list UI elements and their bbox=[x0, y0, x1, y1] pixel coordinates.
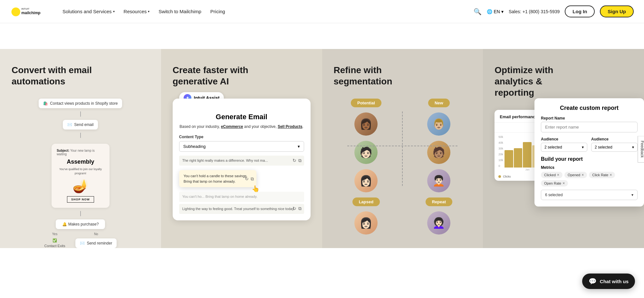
audience-chevron-2-icon: ▾ bbox=[632, 145, 634, 149]
metric-tag: Click Rate× bbox=[589, 172, 615, 178]
repeat-label: Repeat bbox=[426, 197, 452, 206]
signup-button[interactable]: Sign Up bbox=[600, 5, 634, 17]
ai-line-3-actions: ↻ ⧉ bbox=[293, 206, 302, 212]
metrics-label: Metrics bbox=[541, 165, 638, 170]
avatar-potential-2: 🧑🏻 bbox=[354, 141, 378, 164]
lamp-illustration: 🪔 bbox=[57, 178, 104, 194]
industry-link[interactable]: eCommerce bbox=[221, 124, 243, 129]
build-report-title: Build your report bbox=[541, 156, 638, 162]
metrics-count-select[interactable]: 6 selected ▾ bbox=[541, 190, 638, 200]
avatar-new-3: 🧑🏻‍🦱 bbox=[427, 169, 450, 192]
horizontal-divider bbox=[347, 146, 457, 146]
feedback-tab[interactable]: Feedback bbox=[638, 136, 644, 162]
popup-actions: ↻ ⧉ bbox=[245, 175, 254, 182]
audience-select-1[interactable]: 2 selected ▾ bbox=[541, 143, 587, 152]
segment-repeat: Repeat 👩🏻‍🦱 bbox=[406, 197, 471, 235]
new-label: New bbox=[428, 99, 450, 107]
potential-label: Potential bbox=[351, 99, 381, 107]
metric-tag: Open Rate× bbox=[541, 180, 568, 187]
metric-tag: Opened× bbox=[564, 172, 587, 178]
ai-line-2: You can't ho... Bring that lamp on home … bbox=[179, 192, 304, 202]
nav-logo[interactable]: 🐒 INTUIT mailchimp bbox=[10, 5, 49, 18]
audience-chevron-1-icon: ▾ bbox=[582, 145, 584, 149]
email-icon: ✉️ bbox=[67, 122, 72, 127]
metric-tag: Clicked× bbox=[541, 172, 562, 178]
feature-segmentation: Refine with segmentation Potential 👩🏾 🧑🏻… bbox=[322, 49, 483, 248]
email-preview: Subject: Your new lamp is waiting Assemb… bbox=[52, 144, 110, 208]
y-labels: 50k 40k 30k 20k 10k 0 bbox=[498, 135, 505, 168]
ai-title: Create faster with generative AI bbox=[173, 64, 256, 87]
no-label: No bbox=[94, 232, 98, 236]
avatar-potential-3: 👩🏻 bbox=[354, 169, 378, 192]
decision-icon: 🔔 bbox=[62, 222, 67, 226]
select-chevron-icon: ▾ bbox=[298, 144, 300, 149]
email-subject: Subject: Your new lamp is waiting bbox=[57, 149, 104, 156]
popup-refresh-icon[interactable]: ↻ bbox=[245, 175, 249, 182]
copy-icon[interactable]: ⧉ bbox=[298, 158, 302, 164]
avatar-potential-1: 👩🏾 bbox=[354, 112, 378, 136]
shopify-icon: 🛍️ bbox=[43, 101, 48, 106]
ai-line-1: The right light really makes a differenc… bbox=[179, 156, 304, 166]
nav-solutions[interactable]: Solutions and Services ▾ bbox=[59, 7, 118, 16]
segment-grid: Potential 👩🏾 🧑🏻 👩🏻 New 👨🏼 🧑🏽 🧑🏻‍🦱 bbox=[334, 99, 472, 192]
auto-step-shopify: 🛍️ Contact views products in Shopify sto… bbox=[39, 99, 122, 108]
navbar: 🐒 INTUIT mailchimp Solutions and Service… bbox=[0, 0, 644, 23]
nav-right: 🔍 🌐 EN ▾ Sales: +1 (800) 315-5939 Log In… bbox=[474, 5, 634, 17]
shop-now-button[interactable]: SHOP NOW bbox=[67, 196, 94, 203]
phone-number: Sales: +1 (800) 315-5939 bbox=[509, 9, 560, 14]
bar-0 bbox=[505, 150, 513, 168]
email-heading: Assembly bbox=[57, 159, 104, 165]
line3-copy-icon[interactable]: ⧉ bbox=[298, 206, 302, 212]
audience-select-2-wrap: Audience 2 selected ▾ bbox=[591, 137, 638, 152]
ai-widget: Generate Email Based on your industry, e… bbox=[173, 99, 311, 220]
refresh-icon[interactable]: ↻ bbox=[293, 158, 296, 164]
avatar-lapsed-1: 👩🏻 bbox=[354, 211, 378, 235]
resources-chevron-icon: ▾ bbox=[148, 10, 149, 13]
avatar-new-2: 🧑🏽 bbox=[427, 141, 450, 164]
audience-select-2[interactable]: 2 selected ▾ bbox=[591, 143, 638, 152]
metrics-tags: Clicked×Opened×Click Rate×Open Rate× bbox=[541, 172, 638, 187]
ai-line-3: Lighting the way to feeling good. Treat … bbox=[179, 204, 304, 214]
reminder-icon: ✉️ bbox=[80, 241, 85, 245]
automation-title: Convert with email automations bbox=[12, 64, 95, 87]
audience-label-1: Audience bbox=[541, 137, 587, 141]
branch-no: No ✉️ Send reminder bbox=[75, 232, 117, 248]
nav-pricing[interactable]: Pricing bbox=[207, 7, 228, 16]
solutions-chevron-icon: ▾ bbox=[113, 10, 115, 13]
avatar-new-1: 👨🏼 bbox=[427, 112, 450, 136]
segment-grid-bottom: Lapsed 👩🏻 Repeat 👩🏻‍🦱 bbox=[334, 197, 472, 235]
auto-reminder: ✉️ Send reminder bbox=[75, 238, 117, 248]
popup-copy-icon[interactable]: ⧉ bbox=[251, 175, 254, 182]
nav-resources[interactable]: Resources ▾ bbox=[120, 7, 153, 16]
nav-switch[interactable]: Switch to Mailchimp bbox=[155, 7, 205, 16]
hero-spacer bbox=[0, 23, 644, 49]
language-selector[interactable]: 🌐 EN ▾ bbox=[487, 9, 503, 14]
remove-tag-icon[interactable]: × bbox=[557, 173, 559, 177]
line3-refresh-icon[interactable]: ↻ bbox=[293, 206, 296, 212]
search-icon[interactable]: 🔍 bbox=[474, 8, 482, 15]
svg-text:INTUIT: INTUIT bbox=[21, 7, 29, 10]
bar-2 bbox=[523, 142, 532, 168]
auto-connector bbox=[80, 111, 81, 117]
ai-subtitle: Based on your industry, eCommerce and yo… bbox=[179, 124, 304, 130]
svg-text:mailchimp: mailchimp bbox=[21, 10, 40, 15]
feature-grid: Convert with email automations 🛍️ Contac… bbox=[0, 49, 644, 248]
globe-icon: 🌐 bbox=[487, 9, 492, 14]
remove-tag-icon[interactable]: × bbox=[582, 173, 584, 177]
contact-exits: ✅ Contact Exits bbox=[44, 238, 65, 248]
remove-tag-icon[interactable]: × bbox=[610, 173, 612, 177]
report-name-input[interactable] bbox=[541, 122, 638, 132]
audience-label-2: Audience bbox=[591, 137, 638, 141]
content-type-select[interactable]: Subheading ▾ bbox=[179, 141, 304, 152]
analytics-card: Email performance report ⊞ 📊 🔧 ▦ Metric:… bbox=[495, 110, 638, 181]
lapsed-label: Lapsed bbox=[352, 197, 380, 206]
login-button[interactable]: Log In bbox=[565, 5, 595, 17]
segment-lapsed: Lapsed 👩🏻 bbox=[334, 197, 399, 235]
legend-dot bbox=[498, 175, 501, 178]
nav-left: 🐒 INTUIT mailchimp Solutions and Service… bbox=[10, 5, 228, 18]
remove-tag-icon[interactable]: × bbox=[562, 181, 565, 186]
objective-link[interactable]: Sell Products bbox=[278, 124, 303, 129]
auto-step-send-email: ✉️ Send email bbox=[63, 120, 98, 130]
bar-1 bbox=[514, 148, 523, 168]
panel-title: Create custom report bbox=[541, 105, 638, 111]
